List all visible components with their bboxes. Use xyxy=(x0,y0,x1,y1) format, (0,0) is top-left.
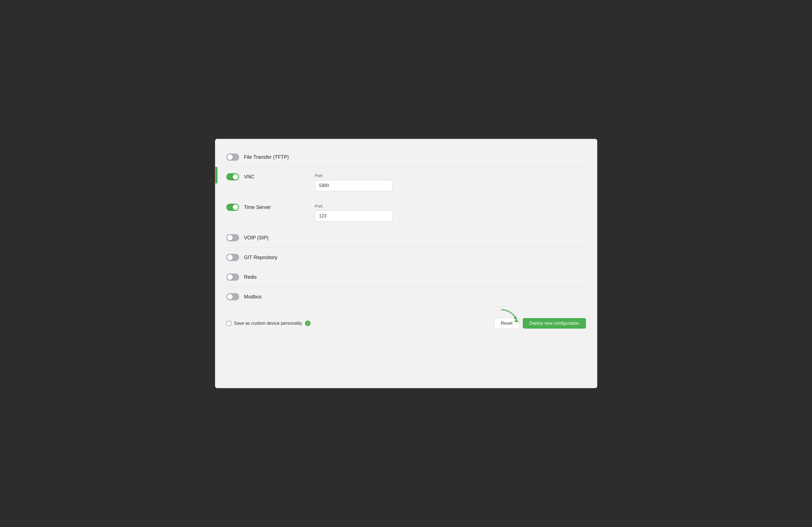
time-server-port-input[interactable] xyxy=(315,211,393,222)
service-label-modbus: Modbus xyxy=(244,294,262,300)
deploy-button[interactable]: Deploy new configuration xyxy=(523,318,586,329)
service-row-vnc: VNC Port xyxy=(226,167,586,198)
toggle-git[interactable] xyxy=(226,254,239,261)
service-row-redis: Redis xyxy=(226,267,586,287)
service-label-git: GIT Repository xyxy=(244,255,278,260)
vnc-port-input[interactable] xyxy=(315,180,393,191)
service-row-modbus: Modbus xyxy=(226,287,586,307)
time-server-port-label: Port xyxy=(315,204,393,208)
service-label-file-transfer: File Transfer (TFTP) xyxy=(244,154,289,160)
toggle-voip[interactable] xyxy=(226,234,239,241)
service-label-voip: VOIP (SIP) xyxy=(244,235,269,241)
toggle-vnc[interactable] xyxy=(226,173,239,180)
custom-personality-label: Save as custom device personality xyxy=(234,321,302,326)
settings-panel: File Transfer (TFTP) VNC Port Time Serve… xyxy=(215,139,597,388)
toggle-redis[interactable] xyxy=(226,273,239,281)
left-accent xyxy=(215,167,217,183)
service-row-file-transfer: File Transfer (TFTP) xyxy=(226,147,586,167)
action-buttons: Reset Deploy new configuration xyxy=(494,318,586,329)
time-server-port-group: Port xyxy=(315,204,393,222)
svg-marker-0 xyxy=(514,319,519,322)
toggle-file-transfer[interactable] xyxy=(226,154,239,161)
service-label-redis: Redis xyxy=(244,274,257,280)
service-row-time-server: Time Server Port xyxy=(226,198,586,228)
toggle-time-server[interactable] xyxy=(226,204,239,211)
service-row-voip: VOIP (SIP) xyxy=(226,228,586,248)
toggle-modbus[interactable] xyxy=(226,293,239,300)
service-label-vnc: VNC xyxy=(244,174,255,180)
vnc-port-label: Port xyxy=(315,173,393,178)
service-row-git: GIT Repository xyxy=(226,248,586,267)
vnc-port-group: Port xyxy=(315,173,393,191)
service-label-time-server: Time Server xyxy=(244,204,271,210)
info-icon[interactable]: i xyxy=(305,321,310,326)
bottom-section: Save as custom device personality i Rese… xyxy=(226,315,586,329)
arrow-indicator xyxy=(500,309,522,326)
custom-personality-group: Save as custom device personality i xyxy=(226,321,310,326)
custom-personality-checkbox[interactable] xyxy=(226,321,231,326)
